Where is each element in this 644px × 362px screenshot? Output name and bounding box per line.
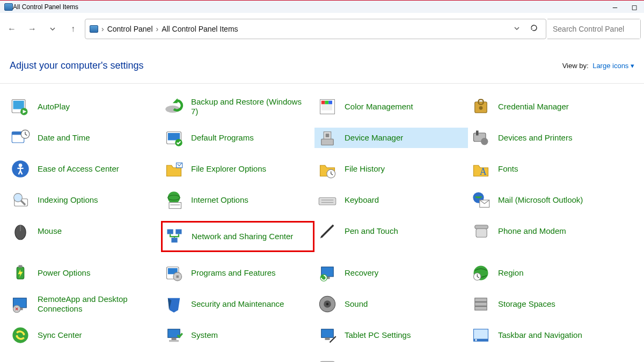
addr-control-panel-icon (90, 25, 98, 33)
mail-icon (471, 190, 491, 210)
item-label: Mail (Microsoft Outlook) (498, 195, 583, 205)
address-dropdown[interactable] (510, 25, 523, 33)
svg-marker-0 (531, 28, 532, 30)
sound-icon (318, 294, 337, 314)
title-bar: All Control Panel Items — □ (0, 0, 644, 13)
item-internet[interactable]: Internet Options (161, 190, 314, 210)
item-power[interactable]: Power Options (8, 263, 161, 283)
item-label: Date and Time (38, 133, 90, 143)
svg-rect-72 (475, 302, 487, 306)
item-autoplay[interactable]: AutoPlay (8, 97, 161, 117)
item-filehist[interactable]: File History (314, 159, 468, 179)
item-devicemgr[interactable]: Device Manager (314, 128, 468, 148)
breadcrumb-sep-icon: › (101, 25, 104, 33)
backup-icon (164, 97, 184, 116)
item-fileexpl[interactable]: File Explorer Options (161, 159, 314, 179)
region-icon (471, 263, 491, 283)
svg-rect-51 (476, 229, 487, 238)
svg-rect-81 (325, 338, 330, 341)
item-label: Internet Options (191, 195, 248, 205)
item-color[interactable]: Color Management (314, 97, 468, 117)
item-ease[interactable]: Ease of Access Center (8, 159, 161, 179)
item-credential[interactable]: Credential Manager (468, 97, 621, 117)
control-panel-icon (4, 3, 13, 11)
item-sync[interactable]: Sync Center (8, 325, 161, 345)
item-label: Device Manager (345, 133, 403, 143)
item-label: RemoteApp and Desktop Connections (38, 294, 156, 314)
svg-rect-39 (319, 198, 336, 205)
item-indexing[interactable]: Indexing Options (8, 190, 161, 210)
item-recovery[interactable]: Recovery (314, 263, 468, 283)
forward-button[interactable]: → (24, 20, 41, 38)
item-backup[interactable]: Backup and Restore (Windows 7) (161, 97, 314, 117)
item-tablet[interactable]: Tablet PC Settings (314, 325, 468, 345)
item-storage[interactable]: Storage Spaces (468, 294, 621, 314)
items-grid: AutoPlayBackup and Restore (Windows 7)Co… (0, 84, 644, 362)
item-keyboard[interactable]: Keyboard (314, 190, 468, 210)
content-header: Adjust your computer's settings View by:… (0, 45, 644, 84)
search-box[interactable] (547, 19, 641, 39)
mouse-icon (11, 221, 30, 241)
recent-dropdown[interactable] (44, 20, 61, 38)
up-button[interactable]: ↑ (64, 20, 82, 38)
item-security[interactable]: Security and Maintenance (161, 294, 314, 314)
back-button[interactable]: ← (3, 20, 20, 38)
svg-point-25 (481, 138, 488, 145)
svg-point-14 (479, 106, 483, 110)
svg-point-28 (19, 164, 23, 167)
item-label: Taskbar and Navigation (498, 330, 582, 340)
item-mail[interactable]: Mail (Microsoft Outlook) (468, 190, 621, 210)
svg-point-33 (14, 194, 23, 202)
recovery-icon (318, 263, 337, 283)
item-remote[interactable]: RemoteApp and Desktop Connections (8, 294, 161, 314)
item-network[interactable]: Network and Sharing Center (161, 221, 314, 252)
item-pen[interactable]: Pen and Touch (314, 221, 468, 241)
item-label: Pen and Touch (345, 226, 398, 236)
item-datetime[interactable]: Date and Time (8, 128, 161, 148)
item-defender[interactable]: Windows Defender (314, 356, 468, 362)
devices-icon (471, 128, 491, 147)
breadcrumb-sep-icon: › (156, 25, 159, 33)
item-default[interactable]: Default Programs (161, 128, 314, 148)
item-label: File Explorer Options (191, 164, 266, 174)
indexing-icon (11, 190, 30, 210)
svg-point-85 (475, 339, 477, 341)
svg-rect-23 (326, 134, 330, 137)
programs-icon (164, 263, 184, 283)
svg-rect-78 (172, 338, 177, 341)
item-sound[interactable]: Sound (314, 294, 468, 314)
svg-rect-71 (475, 298, 487, 302)
item-label: Sync Center (38, 330, 82, 340)
search-input[interactable] (547, 19, 640, 39)
item-label: Programs and Features (191, 268, 276, 278)
item-label: Default Programs (191, 133, 254, 143)
item-taskbar[interactable]: Taskbar and Navigation (468, 325, 621, 345)
svg-rect-46 (167, 230, 173, 234)
item-region[interactable]: Region (468, 263, 621, 283)
item-label: Sound (345, 299, 368, 309)
fileexpl-icon (164, 159, 184, 179)
breadcrumb-all-items[interactable]: All Control Panel Items (162, 25, 238, 33)
item-fonts[interactable]: AFonts (468, 159, 621, 179)
item-devices[interactable]: Devices and Printers (468, 128, 621, 148)
item-system[interactable]: System (161, 325, 314, 345)
tablet-icon (318, 326, 337, 345)
svg-rect-8 (321, 101, 325, 105)
minimize-button[interactable]: — (605, 1, 625, 13)
item-label: Storage Spaces (498, 299, 555, 309)
breadcrumb-control-panel[interactable]: Control Panel (107, 25, 153, 33)
item-label: AutoPlay (38, 102, 70, 112)
maximize-button[interactable]: □ (625, 1, 644, 13)
address-bar[interactable]: › Control Panel › All Control Panel Item… (85, 19, 546, 39)
item-mouse[interactable]: Mouse (8, 221, 161, 241)
item-programs[interactable]: Programs and Features (161, 263, 314, 283)
ease-icon (11, 159, 30, 179)
item-phone[interactable]: Phone and Modem (468, 221, 621, 241)
refresh-button[interactable] (526, 24, 541, 34)
item-label: Ease of Access Center (38, 164, 119, 174)
svg-rect-80 (321, 329, 334, 338)
view-by-dropdown[interactable]: Large icons ▾ (592, 62, 634, 70)
item-label: Color Management (345, 102, 413, 112)
svg-rect-47 (175, 230, 181, 234)
item-label: Security and Maintenance (191, 299, 284, 309)
